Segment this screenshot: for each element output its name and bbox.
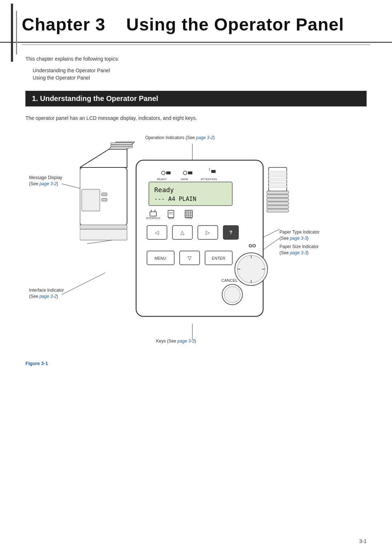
paper-stack-right xyxy=(267,167,289,212)
link-message-display[interactable]: page 3-2 xyxy=(40,181,57,186)
svg-text:MENU: MENU xyxy=(155,256,166,260)
svg-text:CANCEL: CANCEL xyxy=(221,278,238,283)
figure-caption: Figure 3-1 xyxy=(25,361,367,366)
svg-rect-17 xyxy=(80,229,127,240)
svg-rect-10 xyxy=(111,143,132,144)
svg-text:◁: ◁ xyxy=(155,230,159,235)
chapter-label: Chapter 3 xyxy=(22,15,105,34)
svg-rect-34 xyxy=(269,178,287,181)
svg-rect-35 xyxy=(269,182,287,184)
link-interface[interactable]: page 3-2 xyxy=(40,294,57,299)
toc-item: Using the Operator Panel xyxy=(33,75,367,81)
svg-rect-14 xyxy=(102,193,107,196)
page-number: 3-1 xyxy=(359,538,367,544)
svg-text:SIZE: SIZE xyxy=(168,217,174,219)
toc-item: Understanding the Operator Panel xyxy=(33,68,367,73)
svg-rect-42 xyxy=(267,209,289,212)
svg-rect-11 xyxy=(111,145,132,146)
svg-text:▽: ▽ xyxy=(188,255,192,261)
svg-rect-26 xyxy=(211,170,216,173)
svg-text:?: ? xyxy=(229,230,233,235)
link-paper-size[interactable]: page 3-3 xyxy=(290,250,307,255)
svg-rect-13 xyxy=(82,189,100,211)
chapter-subtitle: Using the Operator Panel xyxy=(126,15,344,34)
svg-rect-15 xyxy=(102,198,107,201)
svg-rect-41 xyxy=(267,206,289,208)
content-area: This chapter explains the following topi… xyxy=(0,45,392,381)
svg-text:---  A4 PLAIN: --- A4 PLAIN xyxy=(154,195,196,202)
svg-rect-33 xyxy=(269,175,287,177)
svg-text:Ready: Ready xyxy=(154,186,174,194)
svg-rect-37 xyxy=(267,191,289,194)
chapter-title: Chapter 3 Using the Operator Panel xyxy=(22,15,344,34)
toc-list: Understanding the Operator Panel Using t… xyxy=(33,68,367,81)
svg-rect-20 xyxy=(166,171,171,174)
body-text: The operator panel has an LCD message di… xyxy=(25,115,367,121)
svg-point-82 xyxy=(224,287,240,303)
svg-marker-8 xyxy=(80,149,127,167)
callout-message-display: Message Display (See page 3-2) xyxy=(29,175,62,187)
svg-rect-32 xyxy=(269,171,287,173)
svg-text:ATTENTION: ATTENTION xyxy=(201,178,217,181)
svg-text:△: △ xyxy=(180,230,184,235)
callout-interface-indicator: Interface Indicator (See page 3-2) xyxy=(29,287,64,300)
svg-text:READY: READY xyxy=(157,178,167,181)
svg-rect-39 xyxy=(267,198,289,201)
svg-text:ENTER: ENTER xyxy=(212,256,225,260)
svg-rect-40 xyxy=(267,202,289,205)
svg-point-75 xyxy=(237,255,265,283)
svg-rect-23 xyxy=(188,171,192,174)
link-paper-type[interactable]: page 3-3 xyxy=(290,236,307,241)
svg-text:!: ! xyxy=(209,168,210,172)
svg-rect-16 xyxy=(80,225,127,229)
figure-area: Operation Indicators (See page 3-2) Mess… xyxy=(25,131,367,356)
svg-text:TYPE: TYPE xyxy=(185,217,192,219)
svg-rect-12 xyxy=(111,146,132,148)
operator-panel-illustration: READY DATA ! ATTENTION Ready --- A4 PLAI… xyxy=(80,138,290,342)
chapter-header: Chapter 3 Using the Operator Panel xyxy=(0,0,392,43)
buttons-row2: MENU ▽ ENTER xyxy=(147,251,232,265)
svg-rect-38 xyxy=(267,195,289,198)
svg-text:INTERFACE: INTERFACE xyxy=(146,217,160,219)
svg-rect-36 xyxy=(269,186,287,188)
printer-body xyxy=(80,142,134,240)
svg-text:▷: ▷ xyxy=(206,230,210,235)
intro-text: This chapter explains the following topi… xyxy=(25,56,367,62)
section-heading: 1. Understanding the Operator Panel xyxy=(25,91,367,106)
svg-text:DATA: DATA xyxy=(181,178,188,181)
svg-text:GO: GO xyxy=(249,243,256,248)
